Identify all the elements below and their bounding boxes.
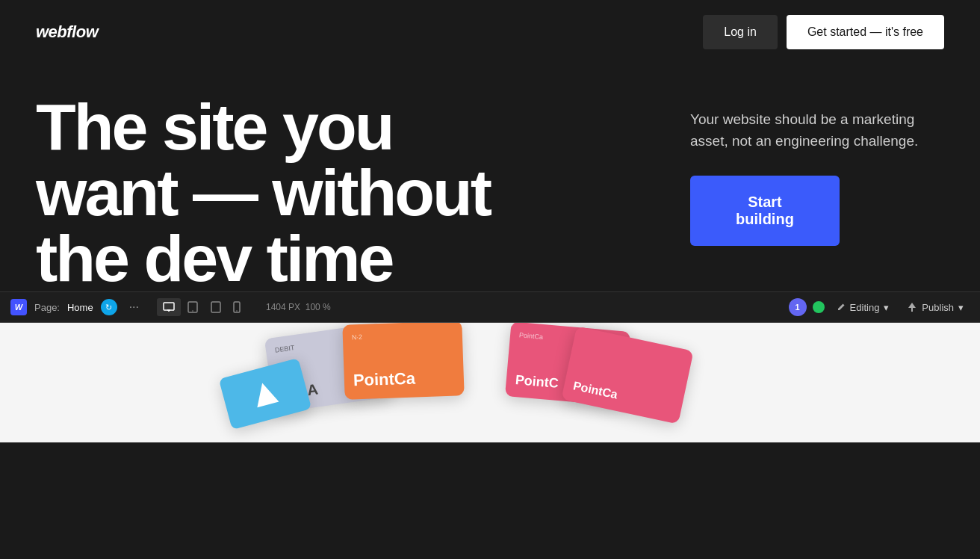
logo: webflow: [36, 22, 98, 42]
viewport-desktop-button[interactable]: [157, 298, 181, 316]
editor-bar-left: W Page: Home ↻ ··· 1404 PX 100 %: [10, 298, 789, 316]
svg-point-7: [236, 310, 238, 312]
headline-line1: The site you: [36, 90, 392, 164]
hero-headline-container: The site you want — without the dev time: [36, 94, 660, 291]
wf-logo-small: W: [10, 299, 27, 315]
viewport-icons: [157, 298, 246, 316]
card-pointca-orange: PointCa: [353, 368, 455, 391]
card-blue: [219, 358, 311, 430]
more-options-icon[interactable]: ···: [125, 300, 143, 314]
viewport-tablet-button[interactable]: [181, 298, 205, 316]
get-started-button[interactable]: Get started — it's free: [787, 15, 944, 49]
editing-label: Editing: [850, 302, 880, 313]
editing-button[interactable]: Editing ▾: [831, 299, 896, 316]
viewport-size: 1404 PX 100 %: [266, 302, 331, 312]
editor-bar-right: 1 Editing ▾ Publish ▾: [789, 298, 970, 316]
refresh-icon[interactable]: ↻: [101, 299, 117, 315]
hero-right: Your website should be a marketing asset…: [690, 94, 944, 291]
card-orange: N·2 PointCa: [342, 323, 464, 400]
nav-actions: Log in Get started — it's free: [703, 15, 944, 49]
collaborator-avatar: 1: [789, 298, 807, 316]
page-label: Page:: [34, 302, 60, 313]
headline-line3: the dev time: [36, 221, 392, 295]
editor-bar: W Page: Home ↻ ··· 1404 PX 100 %: [0, 291, 980, 323]
card-pink2: PointCa: [561, 326, 693, 424]
page-name: Home: [67, 302, 93, 313]
hero-section: The site you want — without the dev time…: [0, 64, 980, 291]
viewport-mobile-button[interactable]: [227, 298, 246, 316]
viewport-tablet-sm-button[interactable]: [205, 298, 227, 316]
headline-line2: want — without: [36, 155, 490, 229]
card-pink2-brand: PointCa: [572, 379, 674, 413]
svg-point-8: [816, 304, 822, 310]
svg-rect-0: [164, 303, 174, 310]
card-number: N·2: [352, 330, 453, 342]
preview-area: DEBIT VISA N·2 PointCa PointCa PointC Po…: [0, 323, 980, 442]
hero-headline: The site you want — without the dev time: [36, 94, 660, 291]
svg-point-4: [192, 310, 193, 312]
svg-rect-5: [211, 302, 220, 312]
publish-button[interactable]: Publish ▾: [901, 299, 970, 316]
navbar: webflow Log in Get started — it's free: [0, 0, 980, 64]
hero-subtext: Your website should be a marketing asset…: [690, 109, 944, 152]
editing-dropdown-icon: ▾: [884, 302, 889, 313]
start-building-button[interactable]: Start building: [690, 176, 840, 246]
publish-label: Publish: [922, 302, 954, 313]
login-button[interactable]: Log in: [703, 15, 778, 49]
publish-dropdown-icon: ▾: [958, 302, 964, 313]
publish-status-dot: [813, 301, 825, 313]
